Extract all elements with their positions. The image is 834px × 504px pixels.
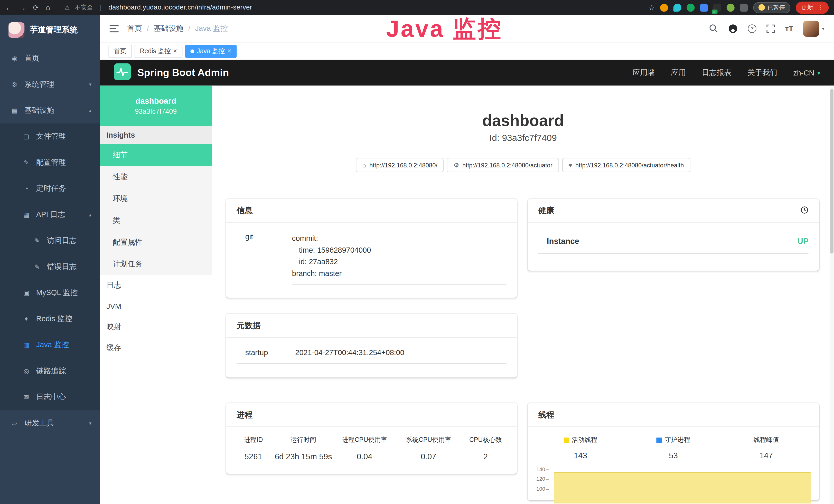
metadata-startup-label: startup bbox=[237, 348, 295, 357]
inst-item-classes[interactable]: 类 bbox=[100, 209, 212, 231]
sidebar-item-java-monitor[interactable]: ▥ Java 监控 bbox=[0, 332, 100, 358]
sidebar-item-infrastructure[interactable]: ▤ 基础设施 ▴ bbox=[0, 97, 100, 123]
extension-icon-1[interactable] bbox=[660, 3, 668, 11]
tab-java-monitor[interactable]: Java 监控 × bbox=[185, 44, 237, 58]
extension-icon-2[interactable] bbox=[674, 3, 681, 11]
sba-nav-wallboard[interactable]: 应用墙 bbox=[633, 68, 655, 77]
sba-nav-about[interactable]: 关于我们 bbox=[747, 68, 777, 77]
sidebar-item-label: 定时任务 bbox=[36, 184, 66, 193]
legend-label: 守护进程 bbox=[664, 435, 690, 444]
extension-icon-7[interactable] bbox=[740, 3, 748, 11]
sidebar-item-trace[interactable]: ◎ 链路追踪 bbox=[0, 358, 100, 384]
user-menu[interactable]: ▾ bbox=[804, 21, 825, 37]
extension-icon-4[interactable] bbox=[700, 3, 708, 11]
paused-badge[interactable]: 已暂停 bbox=[753, 2, 790, 13]
sba-logo-icon[interactable] bbox=[114, 63, 131, 83]
instance-root-group: 日志 JVM 映射 缓存 bbox=[100, 275, 212, 358]
sidebar-item-system-management[interactable]: ⚙ 系统管理 ▾ bbox=[0, 71, 100, 97]
y-tick: 140 bbox=[536, 466, 549, 472]
process-pid-value: 5261 bbox=[233, 452, 274, 461]
breadcrumb-home[interactable]: 首页 bbox=[127, 24, 142, 33]
legend-blue-swatch bbox=[657, 437, 662, 443]
sidebar-item-scheduled-tasks[interactable]: ◔ 定时任务 bbox=[0, 175, 100, 201]
font-size-icon[interactable]: тT bbox=[785, 24, 793, 32]
bookmark-star-icon[interactable]: ☆ bbox=[649, 3, 655, 11]
y-tick: 120 bbox=[536, 476, 549, 482]
sidebar-item-label: 访问日志 bbox=[47, 236, 76, 245]
vertical-scrollbar[interactable] bbox=[830, 86, 834, 504]
sidebar-item-log-center[interactable]: ✉ 日志中心 bbox=[0, 384, 100, 410]
extension-icon-5[interactable]: on bbox=[713, 3, 721, 11]
sidebar-item-error-logs[interactable]: ✎ 错误日志 bbox=[0, 254, 100, 280]
info-card: 信息 git commit: time: 1596289704000 id: 2… bbox=[226, 199, 517, 298]
process-card-title: 进程 bbox=[237, 410, 253, 420]
sidebar-item-mysql-monitor[interactable]: ▣ MySQL 监控 bbox=[0, 280, 100, 305]
info-git-value: commit: time: 1596289704000 id: 27aa832 … bbox=[292, 232, 506, 285]
inst-item-environment[interactable]: 环境 bbox=[100, 188, 212, 209]
tab-label: 首页 bbox=[114, 46, 127, 55]
health-url-link[interactable]: ♥ http://192.168.0.2:48080/actuator/heal… bbox=[562, 158, 690, 172]
sba-locale-select[interactable]: zh-CN ▾ bbox=[793, 69, 820, 77]
forward-icon[interactable]: → bbox=[19, 4, 26, 11]
actuator-url-link[interactable]: ⚙ http://192.168.0.2:48080/actuator bbox=[447, 158, 559, 172]
extension-icon-6[interactable] bbox=[727, 3, 734, 11]
tab-close-icon[interactable]: × bbox=[173, 48, 177, 54]
fullscreen-icon[interactable] bbox=[766, 24, 775, 32]
extension-icon-3[interactable] bbox=[686, 3, 695, 11]
search-icon[interactable] bbox=[709, 24, 718, 33]
back-icon[interactable]: ← bbox=[5, 4, 12, 11]
infrastructure-icon: ▤ bbox=[10, 107, 19, 114]
sba-brand[interactable]: Spring Boot Admin bbox=[137, 67, 229, 79]
inst-item-details[interactable]: 细节 bbox=[100, 144, 212, 166]
service-url-link[interactable]: ⌂ http://192.168.0.2:48080/ bbox=[356, 158, 444, 172]
reload-icon[interactable]: ⟳ bbox=[33, 4, 39, 11]
home-dashboard-icon: ◉ bbox=[10, 54, 19, 62]
sidebar-item-access-logs[interactable]: ✎ 访问日志 bbox=[0, 228, 100, 253]
active-tab-dot bbox=[190, 49, 194, 53]
help-icon[interactable]: ? bbox=[748, 24, 756, 32]
instance-header[interactable]: dashboard 93a3fc7f7409 bbox=[100, 86, 212, 126]
tab-close-icon[interactable]: × bbox=[227, 48, 232, 54]
sba-nav-journal[interactable]: 日志报表 bbox=[702, 68, 731, 77]
sidebar-item-label: 研发工具 bbox=[24, 418, 54, 428]
scrollbar-thumb[interactable] bbox=[830, 89, 833, 254]
app-logo[interactable]: 芋道管理系统 bbox=[0, 15, 100, 45]
history-icon[interactable] bbox=[800, 205, 808, 215]
cpu-cores-header: CPU核心数 bbox=[461, 435, 511, 444]
security-warning-icon[interactable]: ⚠ bbox=[64, 4, 70, 11]
live-threads-value: 143 bbox=[534, 451, 627, 460]
inst-item-performance[interactable]: 性能 bbox=[100, 166, 212, 188]
sba-navbar: Spring Boot Admin 应用墙 应用 日志报表 关于我们 zh-CN… bbox=[100, 60, 834, 86]
sidebar-item-file-management[interactable]: ▢ 文件管理 bbox=[0, 123, 100, 149]
sba-nav-applications[interactable]: 应用 bbox=[671, 68, 686, 77]
peak-threads-value: 147 bbox=[720, 451, 813, 460]
tab-home[interactable]: 首页 bbox=[108, 44, 132, 58]
home-icon: ⌂ bbox=[363, 161, 366, 169]
breadcrumb-separator: / bbox=[147, 24, 149, 32]
address-bar-url[interactable]: dashboard.yudao.iocoder.cn/infra/admin-s… bbox=[108, 4, 252, 11]
sidebar-item-label: 日志中心 bbox=[36, 392, 66, 402]
browser-home-icon[interactable]: ⌂ bbox=[46, 4, 50, 11]
sidebar-item-config-management[interactable]: ✎ 配置管理 bbox=[0, 150, 100, 175]
inst-item-scheduled-tasks[interactable]: 计划任务 bbox=[100, 253, 212, 275]
browser-menu-icon[interactable]: ⋮ bbox=[817, 4, 824, 11]
inst-item-logs[interactable]: 日志 bbox=[100, 275, 212, 296]
sidebar-item-redis-monitor[interactable]: ✦ Redis 监控 bbox=[0, 306, 100, 332]
github-icon[interactable] bbox=[728, 24, 738, 33]
sidebar-item-home[interactable]: ◉ 首页 bbox=[0, 45, 100, 71]
browser-update-button[interactable]: 更新 ⋮ bbox=[796, 1, 829, 14]
inst-item-jvm[interactable]: JVM bbox=[100, 296, 212, 316]
threads-chart-plot bbox=[554, 468, 811, 500]
hamburger-icon[interactable] bbox=[110, 25, 119, 32]
inst-item-mappings[interactable]: 映射 bbox=[100, 316, 212, 337]
inst-item-config-properties[interactable]: 配置属性 bbox=[100, 231, 212, 253]
tab-redis-monitor[interactable]: Redis 监控 × bbox=[135, 44, 182, 58]
inst-item-caches[interactable]: 缓存 bbox=[100, 337, 212, 358]
breadcrumb-infrastructure[interactable]: 基础设施 bbox=[154, 24, 183, 33]
wrench-icon: ⚙ bbox=[453, 161, 459, 169]
instance-content: dashboard Id: 93a3fc7f7409 ⌂ http://192.… bbox=[212, 86, 834, 504]
sidebar-item-api-logs[interactable]: ▦ API 日志 ▴ bbox=[0, 202, 100, 228]
live-threads-area-series bbox=[554, 472, 811, 503]
breadcrumb-separator: / bbox=[188, 24, 190, 32]
sidebar-item-dev-tools[interactable]: ▱ 研发工具 ▾ bbox=[0, 410, 100, 436]
